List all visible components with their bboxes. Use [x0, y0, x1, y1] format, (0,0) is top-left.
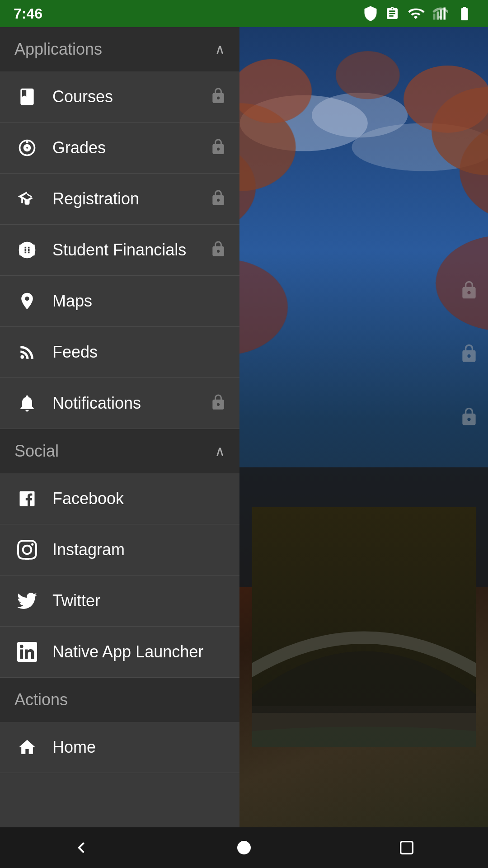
home-button[interactable]	[226, 830, 262, 866]
twitter-label: Twitter	[52, 591, 225, 610]
signal-icon	[432, 5, 448, 22]
battery-icon	[455, 5, 474, 22]
applications-label: Applications	[14, 40, 102, 59]
svg-point-4	[26, 141, 28, 143]
grades-lock-icon	[210, 138, 227, 157]
grades-label: Grades	[52, 138, 225, 157]
status-bar: 7:46	[0, 0, 488, 27]
background-bridge-svg	[252, 507, 476, 747]
wifi-icon	[406, 5, 426, 22]
student-financials-label: Student Financials	[52, 241, 225, 259]
menu-item-home[interactable]: Home	[0, 722, 239, 773]
facebook-icon	[14, 486, 40, 511]
social-label: Social	[14, 442, 59, 461]
maps-icon	[14, 288, 40, 314]
bottom-nav	[0, 827, 488, 868]
courses-icon	[14, 84, 40, 109]
registration-label: Registration	[52, 189, 225, 208]
clipboard-icon	[385, 5, 399, 22]
linkedin-icon	[14, 639, 40, 665]
right-lock-2	[459, 344, 479, 365]
status-icons	[362, 5, 474, 22]
menu-item-grades[interactable]: Grades	[0, 123, 239, 174]
svg-point-22	[336, 51, 400, 99]
native-app-launcher-label: Native App Launcher	[52, 642, 225, 661]
maps-label: Maps	[52, 292, 225, 311]
back-icon	[70, 837, 92, 859]
svg-point-27	[252, 726, 476, 747]
home-icon	[14, 735, 40, 760]
courses-label: Courses	[52, 87, 225, 106]
drawer: Applications ∧ Courses Grades	[0, 27, 239, 827]
actions-label: Actions	[14, 690, 68, 709]
recents-button[interactable]	[389, 830, 425, 866]
menu-item-facebook[interactable]: Facebook	[0, 473, 239, 524]
svg-rect-2	[440, 9, 442, 20]
background-panel	[239, 27, 488, 827]
back-button[interactable]	[63, 830, 99, 866]
menu-item-courses[interactable]: Courses	[0, 71, 239, 123]
background-tree-svg	[239, 27, 488, 587]
courses-lock-icon	[210, 87, 227, 106]
svg-rect-0	[433, 14, 436, 20]
feeds-icon	[14, 340, 40, 365]
svg-rect-3	[444, 8, 446, 20]
menu-item-registration[interactable]: Registration	[0, 174, 239, 225]
feeds-label: Feeds	[52, 343, 225, 362]
registration-icon	[14, 186, 40, 212]
right-lock-1	[459, 280, 479, 302]
menu-item-maps[interactable]: Maps	[0, 276, 239, 327]
menu-item-feeds[interactable]: Feeds	[0, 327, 239, 378]
applications-chevron: ∧	[215, 41, 225, 58]
notifications-icon	[14, 391, 40, 416]
menu-item-student-financials[interactable]: Student Financials	[0, 225, 239, 276]
menu-item-twitter[interactable]: Twitter	[0, 576, 239, 627]
financials-icon	[14, 237, 40, 263]
actions-header[interactable]: Actions	[0, 678, 239, 722]
menu-item-instagram[interactable]: Instagram	[0, 524, 239, 576]
svg-rect-1	[437, 12, 439, 20]
facebook-label: Facebook	[52, 489, 225, 508]
registration-lock-icon	[210, 189, 227, 208]
applications-header[interactable]: Applications ∧	[0, 27, 239, 71]
grades-icon	[14, 135, 40, 160]
instagram-label: Instagram	[52, 540, 225, 559]
right-lock-3	[459, 407, 479, 429]
main-container: Applications ∧ Courses Grades	[0, 27, 488, 827]
notifications-lock-icon	[210, 394, 227, 413]
instagram-icon	[14, 537, 40, 562]
svg-point-28	[237, 841, 251, 854]
recents-icon	[398, 839, 416, 857]
svg-rect-29	[401, 842, 413, 854]
social-chevron: ∧	[215, 443, 225, 460]
social-header[interactable]: Social ∧	[0, 429, 239, 473]
twitter-icon	[14, 588, 40, 613]
notifications-label: Notifications	[52, 394, 225, 413]
home-nav-icon	[236, 840, 252, 856]
shield-icon	[362, 5, 379, 22]
status-time: 7:46	[14, 5, 42, 22]
svg-point-21	[404, 66, 488, 133]
menu-item-notifications[interactable]: Notifications	[0, 378, 239, 429]
financials-lock-icon	[210, 241, 227, 259]
home-label: Home	[52, 738, 225, 757]
menu-item-native-app-launcher[interactable]: Native App Launcher	[0, 627, 239, 678]
